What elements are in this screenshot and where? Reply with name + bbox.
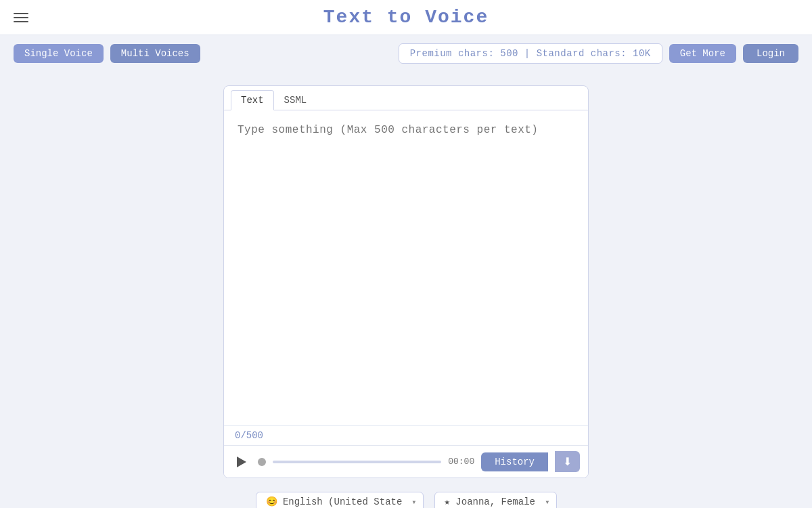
player-bar: 00:00 History ⬇ [224,445,588,478]
language-select-wrapper: 😊 English (United State [256,492,424,508]
play-button[interactable] [232,452,251,471]
login-button[interactable]: Login [743,44,798,63]
language-select[interactable]: 😊 English (United State [256,492,424,508]
tab-text[interactable]: Text [231,90,274,110]
tabs-bar: Text SSML [224,86,588,110]
history-button[interactable]: History [481,452,548,471]
download-icon: ⬇ [563,455,572,468]
selectors: 😊 English (United State ★ Joanna, Female [256,492,557,508]
time-display: 00:00 [448,457,474,467]
menu-icon[interactable] [14,13,28,22]
char-counter: 0/500 [224,425,588,445]
page-title: Text to Voice [323,7,489,28]
progress-thumb [258,458,266,466]
voice-select[interactable]: ★ Joanna, Female [434,492,557,508]
main-content: Text SSML 0/500 00:00 History ⬇ 😊 Englis… [0,72,812,508]
multi-voices-button[interactable]: Multi Voices [110,44,200,63]
voice-select-wrapper: ★ Joanna, Female [434,492,557,508]
app-header: Text to Voice [0,0,812,35]
tab-ssml[interactable]: SSML [274,90,317,110]
download-button[interactable]: ⬇ [555,451,580,472]
toolbar: Single Voice Multi Voices Premium chars:… [0,35,812,72]
editor-card: Text SSML 0/500 00:00 History ⬇ [223,85,589,478]
get-more-button[interactable]: Get More [669,44,736,63]
single-voice-button[interactable]: Single Voice [14,44,104,63]
chars-info: Premium chars: 500 | Standard chars: 10K [399,43,662,64]
play-icon [237,457,246,467]
progress-track[interactable] [273,461,441,463]
text-input[interactable] [224,110,588,422]
